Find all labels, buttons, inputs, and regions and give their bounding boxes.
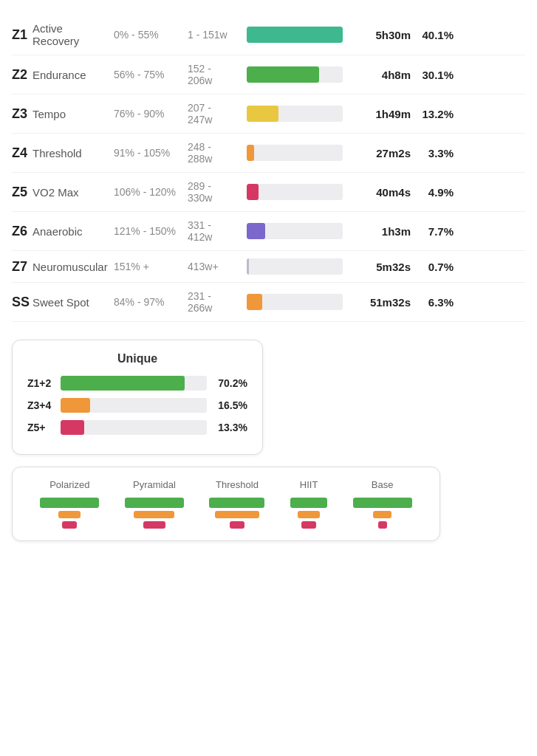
unique-row-label: Z5+ xyxy=(27,422,61,433)
training-bar xyxy=(298,511,320,518)
zone-id: Z3 xyxy=(12,106,33,122)
zone-bar-container xyxy=(247,106,358,122)
zone-bar-bg xyxy=(247,258,343,275)
training-col: Threshold xyxy=(209,479,264,529)
training-bar xyxy=(215,511,259,518)
zone-name: Threshold xyxy=(33,147,114,159)
zone-row: Z5 VO2 Max 106% - 120% 289 -330w 40m4s 4… xyxy=(12,173,525,212)
training-bar xyxy=(301,521,316,529)
zone-name: VO2 Max xyxy=(33,186,114,199)
zone-row: Z2 Endurance 56% - 75% 152 -206w 4h8m 30… xyxy=(12,55,525,94)
unique-row: Z5+ 13.3% xyxy=(27,420,247,435)
zone-time: 1h49m xyxy=(358,108,417,120)
training-bar xyxy=(125,498,184,508)
zone-time-pct: 40.1% xyxy=(417,29,454,41)
unique-title: Unique xyxy=(27,352,247,365)
zone-bar-fill xyxy=(247,258,249,275)
zone-name: Anaerobic xyxy=(33,225,114,238)
zone-time-pct: 30.1% xyxy=(417,69,454,81)
zone-bar-bg xyxy=(247,66,343,83)
training-bar xyxy=(353,498,412,508)
unique-row: Z1+2 70.2% xyxy=(27,376,247,391)
zone-bar-bg xyxy=(247,294,343,310)
zone-name: Tempo xyxy=(33,108,114,120)
zone-pct: 91% - 105% xyxy=(114,147,188,159)
zone-watts: 331 -412w xyxy=(188,219,247,243)
zone-bar-bg xyxy=(247,184,343,200)
training-bar xyxy=(134,511,174,518)
zone-id: Z5 xyxy=(12,185,33,200)
training-bar xyxy=(143,521,165,529)
zone-pct: 106% - 120% xyxy=(114,186,188,198)
zone-watts: 207 -247w xyxy=(188,102,247,126)
zone-time-pct: 4.9% xyxy=(417,186,454,199)
unique-bar-fill xyxy=(61,376,185,391)
zone-time: 1h3m xyxy=(358,225,417,238)
zone-bar-bg xyxy=(247,106,343,122)
unique-row-pct: 16.5% xyxy=(214,399,247,411)
training-col-label: Threshold xyxy=(216,479,259,490)
zone-bar-container xyxy=(247,145,358,161)
zone-id: Z6 xyxy=(12,224,33,239)
zone-bar-fill xyxy=(247,145,254,161)
zone-row: Z1 ActiveRecovery 0% - 55% 1 - 151w 5h30… xyxy=(12,15,525,55)
training-col-label: HIIT xyxy=(300,479,318,490)
unique-row-label: Z1+2 xyxy=(27,377,61,389)
training-col: Pyramidal xyxy=(125,479,184,529)
zone-bar-container xyxy=(247,223,358,239)
zone-watts: 413w+ xyxy=(188,261,247,272)
zone-bar-fill xyxy=(247,106,278,122)
zone-time: 51m32s xyxy=(358,296,417,309)
training-bar xyxy=(378,521,387,529)
training-bar xyxy=(209,498,264,508)
zone-row: SS Sweet Spot 84% - 97% 231 -266w 51m32s… xyxy=(12,283,525,322)
zone-row: Z4 Threshold 91% - 105% 248 -288w 27m2s … xyxy=(12,134,525,173)
zone-bar-fill xyxy=(247,294,262,310)
zone-time: 5h30m xyxy=(358,29,417,41)
zone-bar-container xyxy=(247,184,358,200)
zone-pct: 56% - 75% xyxy=(114,69,188,80)
zone-id: Z4 xyxy=(12,145,33,161)
unique-bar-bg xyxy=(61,376,207,391)
zone-pct: 151% + xyxy=(114,261,188,272)
zone-time-pct: 6.3% xyxy=(417,296,454,309)
zone-bar-fill xyxy=(247,184,259,200)
zone-time: 40m4s xyxy=(358,186,417,199)
zone-watts: 289 -330w xyxy=(188,180,247,204)
training-bar xyxy=(40,498,99,508)
zone-pct: 76% - 90% xyxy=(114,108,188,120)
zone-bar-fill xyxy=(247,66,319,83)
zone-time-pct: 7.7% xyxy=(417,225,454,238)
zone-watts: 231 -266w xyxy=(188,290,247,314)
zone-bar-fill xyxy=(247,223,265,239)
zone-name: Endurance xyxy=(33,69,114,81)
unique-row-pct: 13.3% xyxy=(214,422,247,433)
training-bar xyxy=(373,511,391,518)
zone-id: SS xyxy=(12,295,33,310)
zone-bar-container xyxy=(247,294,358,310)
zone-time-pct: 0.7% xyxy=(417,261,454,273)
zone-name: Neuromuscular xyxy=(33,261,114,273)
training-bar xyxy=(230,521,244,529)
training-col: Polarized xyxy=(40,479,99,529)
zone-row: Z3 Tempo 76% - 90% 207 -247w 1h49m 13.2% xyxy=(12,94,525,134)
unique-bar-bg xyxy=(61,398,207,413)
zone-time: 27m2s xyxy=(358,147,417,159)
zone-bar-container xyxy=(247,66,358,83)
zone-bar-bg xyxy=(247,145,343,161)
training-card: PolarizedPyramidalThresholdHIITBase xyxy=(12,467,440,541)
zone-pct: 84% - 97% xyxy=(114,296,188,308)
training-col: Base xyxy=(353,479,412,529)
zone-row: Z7 Neuromuscular 151% + 413w+ 5m32s 0.7% xyxy=(12,251,525,283)
zone-watts: 152 -206w xyxy=(188,63,247,86)
zone-time: 5m32s xyxy=(358,261,417,273)
zone-watts: 248 -288w xyxy=(188,141,247,165)
training-col: HIIT xyxy=(290,479,327,529)
zone-bar-fill xyxy=(247,27,343,43)
zone-id: Z2 xyxy=(12,67,33,83)
unique-row-pct: 70.2% xyxy=(214,377,247,389)
zone-name: ActiveRecovery xyxy=(33,22,114,47)
training-bar xyxy=(290,498,327,508)
training-col-label: Pyramidal xyxy=(133,479,176,490)
training-col-label: Base xyxy=(372,479,394,490)
